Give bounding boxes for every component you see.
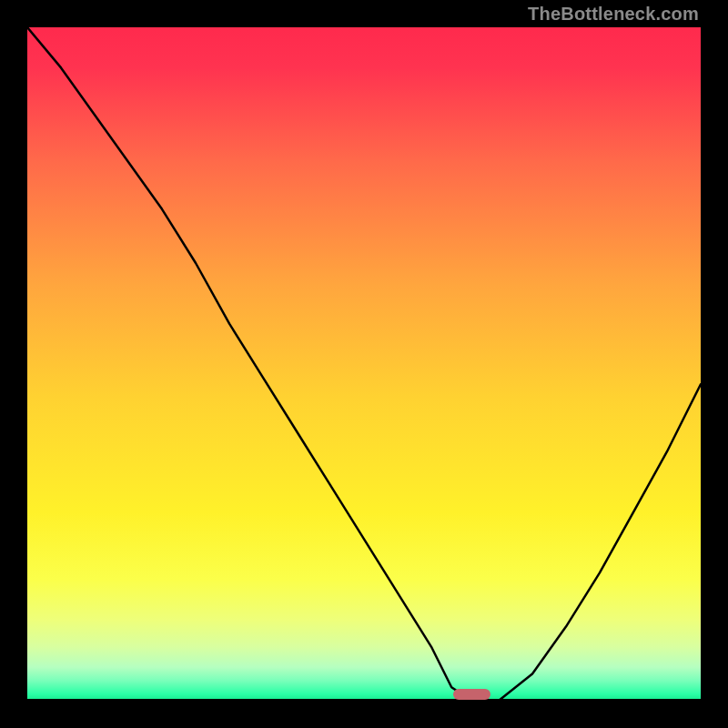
bottleneck-curve (27, 27, 701, 701)
plot-area (27, 27, 701, 701)
watermark-text: TheBottleneck.com (528, 4, 699, 25)
optimum-marker (453, 689, 490, 700)
chart-frame: TheBottleneck.com (0, 0, 728, 728)
